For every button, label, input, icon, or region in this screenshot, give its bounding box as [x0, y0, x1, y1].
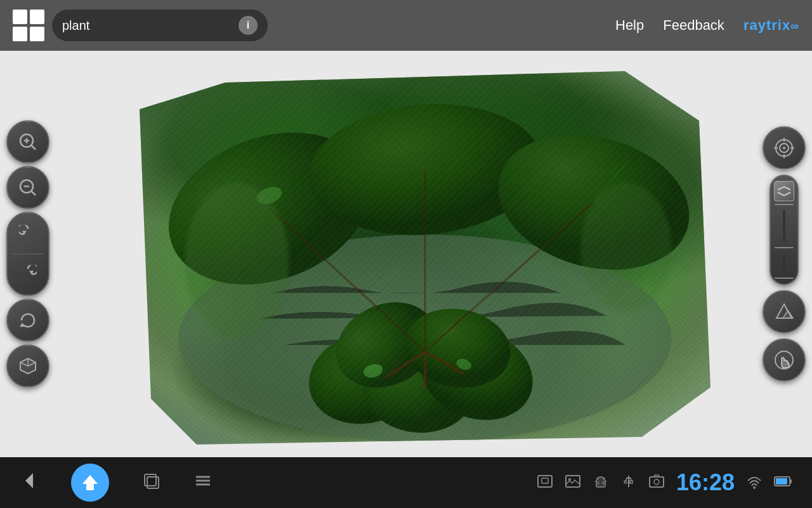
svg-rect-58 — [566, 476, 580, 487]
svg-marker-50 — [82, 475, 98, 490]
home-icon — [80, 472, 100, 493]
zoom-in-button[interactable] — [6, 121, 49, 164]
slider-line-3 — [775, 277, 794, 279]
undo-icon — [19, 225, 37, 243]
svg-point-37 — [185, 183, 289, 338]
svg-line-19 — [386, 131, 425, 170]
cube-icon — [18, 356, 38, 377]
topbar-right: Help Feedback raytrix∞ — [615, 17, 799, 34]
svg-rect-72 — [650, 477, 664, 487]
nav-right-group: 16:28 — [537, 469, 793, 496]
main-view — [0, 51, 812, 457]
svg-point-26 — [322, 286, 450, 403]
svg-rect-76 — [790, 479, 792, 483]
right-toolbar — [763, 126, 806, 382]
svg-line-6 — [31, 191, 36, 196]
usb-symbol — [620, 473, 637, 490]
svg-point-59 — [568, 478, 571, 481]
menu-button[interactable] — [193, 471, 213, 495]
recents-button[interactable] — [141, 471, 161, 495]
screenshot-button[interactable] — [537, 473, 553, 493]
undo-redo-group — [6, 212, 49, 297]
topbar: plant i Help Feedback raytrix∞ — [0, 0, 812, 51]
clock-display: 16:28 — [676, 469, 735, 496]
svg-line-20 — [594, 163, 626, 202]
recents-icon — [141, 471, 161, 491]
target-view-button[interactable] — [763, 126, 806, 170]
wifi-symbol — [746, 473, 763, 490]
topbar-left: plant i — [13, 10, 268, 41]
svg-marker-47 — [783, 311, 793, 318]
svg-line-18 — [218, 170, 270, 208]
depth-slider[interactable] — [769, 175, 799, 285]
plant-svg — [140, 64, 710, 444]
home-button[interactable] — [71, 464, 109, 502]
battery-symbol — [774, 473, 793, 490]
zoom-out-icon — [18, 178, 38, 198]
slider-line-1 — [775, 204, 794, 205]
svg-point-14 — [178, 234, 671, 442]
svg-point-16 — [303, 95, 547, 244]
cube-view-button[interactable] — [6, 345, 49, 388]
plant-scene[interactable] — [140, 64, 710, 444]
terrain-button[interactable] — [763, 290, 806, 333]
grid-menu-button[interactable] — [13, 10, 44, 41]
svg-point-22 — [373, 319, 477, 384]
search-box: plant i — [52, 10, 268, 41]
svg-line-70 — [625, 478, 627, 481]
left-toolbar — [6, 121, 49, 388]
android-button[interactable] — [593, 473, 609, 493]
svg-rect-69 — [630, 481, 632, 483]
undo-button[interactable] — [11, 217, 45, 251]
svg-line-33 — [425, 351, 464, 374]
svg-point-41 — [783, 147, 785, 149]
svg-point-15 — [147, 106, 391, 311]
svg-point-73 — [654, 479, 659, 485]
svg-rect-52 — [147, 477, 159, 488]
svg-point-21 — [360, 326, 490, 404]
plant-3d-view[interactable] — [140, 64, 710, 444]
gallery-button[interactable] — [565, 473, 581, 493]
wifi-icon — [746, 473, 763, 493]
touch-mode-button[interactable] — [763, 338, 806, 382]
feedback-button[interactable]: Feedback — [663, 17, 724, 34]
usb-icon — [620, 473, 637, 493]
target-icon — [773, 137, 796, 159]
back-button[interactable] — [19, 471, 39, 495]
nav-left-group — [19, 464, 213, 502]
svg-point-28 — [362, 362, 384, 380]
svg-line-31 — [386, 351, 425, 377]
info-icon[interactable]: i — [239, 16, 258, 35]
svg-point-29 — [455, 357, 473, 372]
svg-line-71 — [631, 478, 631, 481]
svg-point-23 — [299, 318, 435, 436]
svg-point-38 — [580, 183, 671, 313]
redo-icon — [19, 265, 37, 283]
svg-point-30 — [254, 184, 284, 207]
svg-rect-77 — [776, 478, 787, 485]
battery-icon — [774, 473, 793, 493]
slider-line-2 — [775, 247, 794, 248]
zoom-in-icon — [18, 132, 38, 152]
search-text[interactable]: plant — [62, 18, 89, 33]
svg-point-27 — [398, 300, 516, 396]
slider-track-bottom — [783, 253, 785, 272]
svg-point-17 — [483, 114, 704, 290]
depth-slider-thumb[interactable] — [774, 181, 794, 201]
bottom-nav: 16:28 — [0, 457, 812, 508]
redo-button[interactable] — [11, 257, 45, 291]
help-button[interactable]: Help — [615, 17, 644, 34]
photo-icon — [648, 473, 665, 493]
slider-chevrons-icon — [775, 185, 793, 197]
brand-logo: raytrix∞ — [743, 17, 799, 34]
svg-line-34 — [270, 208, 425, 351]
zoom-out-button[interactable] — [6, 166, 49, 210]
svg-marker-49 — [25, 473, 33, 488]
back-icon — [19, 471, 39, 491]
screenshot-icon — [537, 473, 553, 490]
svg-point-24 — [360, 344, 477, 438]
svg-rect-51 — [145, 474, 156, 486]
touch-icon — [773, 349, 796, 371]
refresh-button[interactable] — [6, 299, 49, 342]
svg-rect-57 — [542, 478, 548, 483]
